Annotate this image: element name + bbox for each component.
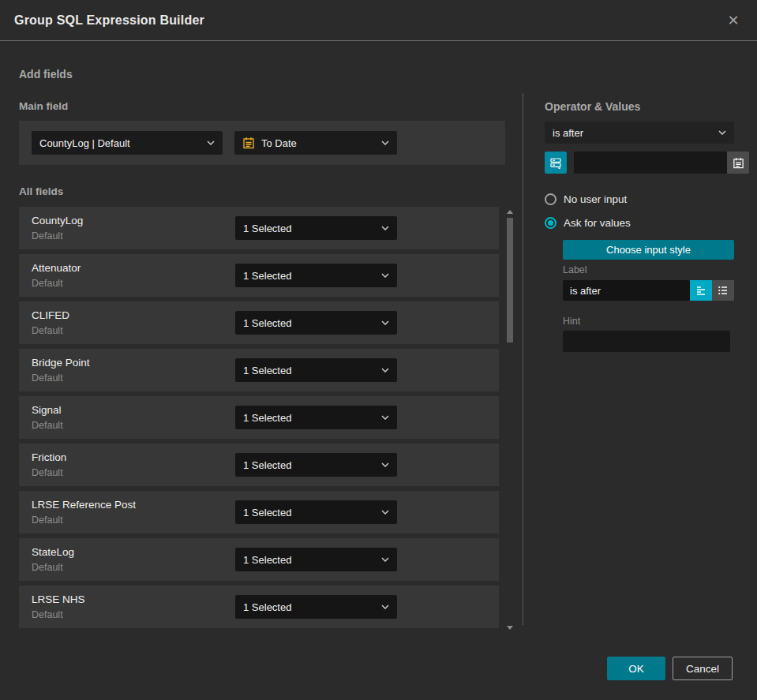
calendar-button[interactable] <box>727 152 749 174</box>
chevron-down-icon <box>381 462 389 467</box>
hint-label: Hint <box>563 316 580 327</box>
label-field-label: Label <box>563 264 587 275</box>
ok-button[interactable]: OK <box>607 657 665 680</box>
group-sql-expression-builder-dialog: Group SQL Expression Builder ✕ Add field… <box>0 0 757 700</box>
main-field-select-value: CountyLog | Default <box>39 137 200 149</box>
field-name: LRSE NHS <box>32 593 235 605</box>
all-fields-list: CountyLog Default 1 Selected Attenuator … <box>19 207 499 633</box>
field-row: LRSE Reference Post Default 1 Selected <box>19 491 499 533</box>
field-count-select[interactable]: 1 Selected <box>235 216 397 240</box>
chevron-down-icon <box>381 368 389 372</box>
chevron-down-icon <box>381 605 389 609</box>
main-field-label: Main field <box>19 100 68 112</box>
field-name: CLIFED <box>32 309 235 321</box>
field-count-select[interactable]: 1 Selected <box>235 500 397 524</box>
calendar-icon <box>242 137 255 149</box>
label-input-group <box>563 280 734 301</box>
radio-label: No user input <box>564 193 627 205</box>
dialog-header: Group SQL Expression Builder ✕ <box>0 0 757 41</box>
calendar-icon <box>733 157 744 169</box>
field-subtitle: Default <box>32 420 235 431</box>
chevron-down-icon <box>381 415 389 420</box>
cancel-button[interactable]: Cancel <box>673 657 733 680</box>
chevron-down-icon <box>207 140 215 145</box>
bulleted-list-icon <box>718 285 729 296</box>
field-name: Attenuator <box>32 262 235 274</box>
field-count-select[interactable]: 1 Selected <box>235 406 397 429</box>
radio-icon <box>545 193 557 205</box>
field-name: CountyLog <box>32 215 235 226</box>
operator-values-heading: Operator & Values <box>545 100 640 113</box>
field-row: Signal Default 1 Selected <box>19 396 499 439</box>
field-name: StateLog <box>32 546 235 558</box>
scrollbar-thumb[interactable] <box>507 218 513 343</box>
field-row: Attenuator Default 1 Selected <box>19 254 499 297</box>
chevron-down-icon <box>381 140 389 145</box>
field-subtitle: Default <box>32 325 235 336</box>
field-count-select[interactable]: 1 Selected <box>235 264 397 287</box>
field-subtitle: Default <box>32 467 235 478</box>
field-count-select[interactable]: 1 Selected <box>235 595 397 619</box>
close-button[interactable]: ✕ <box>724 11 743 30</box>
text-style-button[interactable] <box>690 280 712 301</box>
value-input-group <box>545 152 734 174</box>
chevron-down-icon <box>381 320 389 325</box>
field-count-select[interactable]: 1 Selected <box>235 548 397 571</box>
close-icon: ✕ <box>727 12 739 29</box>
label-input[interactable] <box>563 280 690 301</box>
field-name: Friction <box>32 451 235 463</box>
field-count-select[interactable]: 1 Selected <box>235 358 397 382</box>
all-fields-label: All fields <box>19 185 63 197</box>
chevron-down-icon <box>381 226 389 230</box>
field-subtitle: Default <box>32 278 235 289</box>
field-row: Friction Default 1 Selected <box>19 444 499 486</box>
field-row: StateLog Default 1 Selected <box>19 538 499 581</box>
field-subtitle: Default <box>32 372 235 384</box>
field-subtitle: Default <box>32 515 235 526</box>
scroll-up-icon[interactable] <box>507 210 513 214</box>
chevron-down-icon <box>381 557 389 562</box>
input-type-button[interactable] <box>545 152 567 174</box>
field-name: Signal <box>32 404 235 416</box>
chevron-down-icon <box>381 273 389 278</box>
field-row: CountyLog Default 1 Selected <box>19 207 499 249</box>
add-fields-heading: Add fields <box>19 68 73 80</box>
field-count-select[interactable]: 1 Selected <box>235 311 397 335</box>
list-scrollbar[interactable] <box>505 207 515 630</box>
field-row: LRSE NHS Default 1 Selected <box>19 586 499 628</box>
list-style-button[interactable] <box>712 280 734 301</box>
field-subtitle: Default <box>32 230 235 241</box>
choose-input-style-button[interactable]: Choose input style <box>563 240 734 260</box>
chevron-down-icon <box>718 130 726 135</box>
date-type-select-value: To Date <box>261 137 375 149</box>
operator-select[interactable]: is after <box>545 122 734 144</box>
scroll-down-icon[interactable] <box>507 626 513 630</box>
operator-select-value: is after <box>553 127 712 139</box>
panel-divider <box>523 93 523 625</box>
field-subtitle: Default <box>32 609 235 620</box>
field-name: Bridge Point <box>32 357 235 369</box>
radio-icon-checked <box>545 217 557 229</box>
radio-ask-for-values[interactable]: Ask for values <box>545 217 631 229</box>
field-row: CLIFED Default 1 Selected <box>19 301 499 344</box>
radio-label: Ask for values <box>564 217 631 229</box>
value-input[interactable] <box>574 152 727 174</box>
main-field-select[interactable]: CountyLog | Default <box>32 131 223 155</box>
field-subtitle: Default <box>32 562 235 573</box>
main-field-panel: CountyLog | Default To Date <box>19 121 505 165</box>
hint-input[interactable] <box>563 331 730 352</box>
dialog-title: Group SQL Expression Builder <box>14 13 204 28</box>
date-type-select[interactable]: To Date <box>234 131 397 155</box>
field-count-select[interactable]: 1 Selected <box>235 453 397 477</box>
field-row: Bridge Point Default 1 Selected <box>19 349 499 391</box>
field-name: LRSE Reference Post <box>32 499 235 511</box>
align-left-icon <box>695 285 706 296</box>
radio-no-user-input[interactable]: No user input <box>545 193 627 205</box>
stacked-rows-icon <box>549 156 562 169</box>
chevron-down-icon <box>381 510 389 515</box>
